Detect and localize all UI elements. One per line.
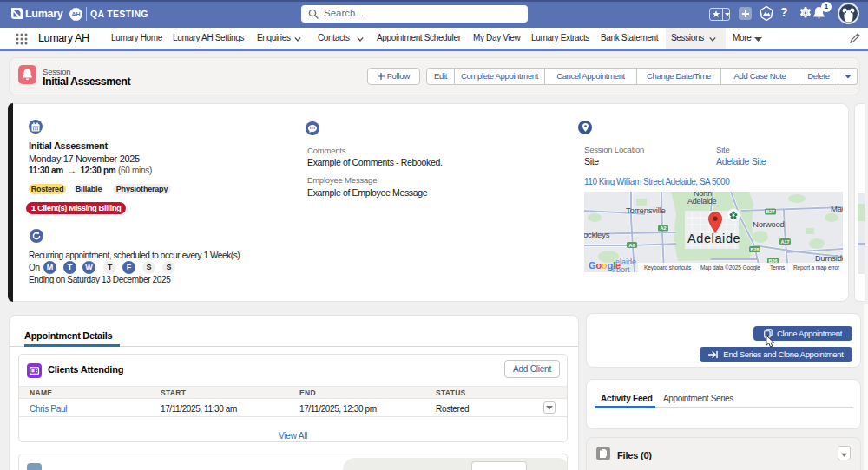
svg-text:Maç: Maç (831, 204, 843, 213)
svg-text:Torrensville: Torrensville (626, 206, 666, 215)
svg-text:G: G (589, 260, 595, 271)
svg-text:A6: A6 (628, 243, 635, 248)
svg-text:Adelaide: Adelaide (687, 232, 740, 245)
svg-text:Map data ©2025 Google: Map data ©2025 Google (700, 264, 760, 271)
svg-text:A17: A17 (780, 239, 789, 245)
svg-text:Adelaide: Adelaide (687, 197, 717, 206)
svg-text:e: e (615, 260, 621, 271)
svg-text:Report a map error: Report a map error (793, 264, 840, 271)
svg-text:Keyboard shortcuts: Keyboard shortcuts (644, 264, 692, 271)
svg-text:A2: A2 (660, 225, 666, 231)
svg-text:B26: B26 (768, 258, 777, 264)
svg-text:Burnside: Burnside (815, 253, 843, 263)
svg-text:Terms: Terms (770, 264, 786, 271)
svg-text:B28: B28 (750, 247, 759, 252)
svg-text:B27: B27 (766, 209, 774, 214)
svg-text:ockleys: ockleys (584, 230, 610, 239)
svg-text:Norwood: Norwood (753, 219, 785, 229)
svg-text:g: g (608, 260, 613, 271)
